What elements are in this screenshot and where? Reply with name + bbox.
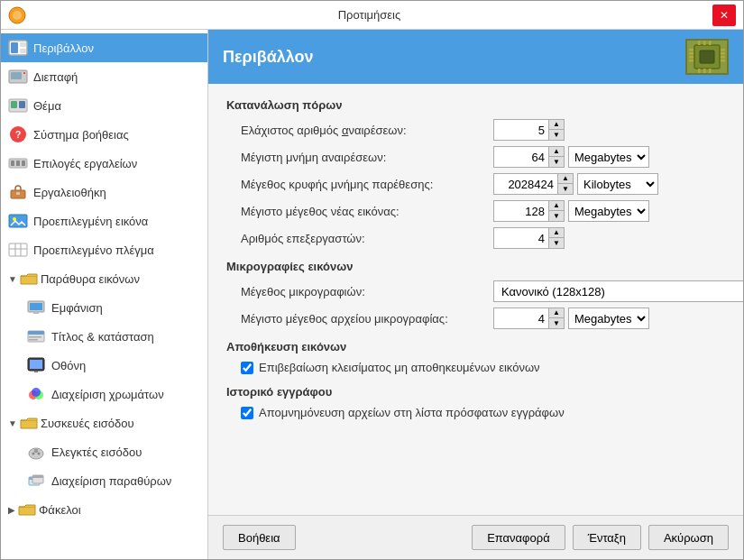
ok-button[interactable]: Ένταξη — [573, 525, 641, 550]
spin-down-max-thumb-file[interactable]: ▼ — [549, 318, 564, 328]
svg-rect-29 — [29, 336, 41, 338]
input-max-thumb-file[interactable] — [494, 308, 548, 328]
svg-rect-49 — [689, 60, 693, 62]
row-unsaved-confirm: Επιβεβαίωση κλεισίματος μη αποθηκευμένων… — [226, 361, 725, 374]
sidebar-item-imgwin[interactable]: ▼ Παράθυρα εικόνων — [1, 264, 207, 293]
unit-select-max-thumb-file[interactable]: Megabytes Kilobytes — [568, 308, 649, 329]
svg-rect-53 — [721, 60, 725, 62]
interface-icon — [8, 67, 28, 87]
checkbox-recent-docs[interactable] — [241, 407, 253, 419]
sidebar-item-winmgmt[interactable]: Διαχείριση παραθύρων — [1, 466, 207, 495]
input-group-max-undo-mem: ▲ ▼ Megabytes Kilobytes — [493, 146, 649, 168]
colormgmt-icon — [26, 384, 46, 404]
theme-icon — [8, 96, 28, 115]
spin-up-min-undo[interactable]: ▲ — [549, 120, 564, 130]
svg-rect-44 — [32, 475, 43, 478]
defgrid-icon — [8, 240, 28, 260]
spinner-max-img: ▲ ▼ — [493, 200, 565, 222]
input-cache-size[interactable] — [494, 174, 557, 194]
sidebar-item-env-label: Περιβάλλον — [33, 41, 94, 55]
label-min-undo: Ελάχιστος αριθμός αναιρέσεων: — [241, 124, 493, 137]
sidebar-item-defgrid[interactable]: Προεπιλεγμένο πλέγμα — [1, 235, 207, 264]
spin-up-num-proc[interactable]: ▲ — [549, 228, 564, 238]
spin-down-max-undo-mem[interactable]: ▼ — [549, 157, 564, 167]
toolopt-icon — [8, 153, 28, 173]
spin-down-min-undo[interactable]: ▼ — [549, 130, 564, 140]
svg-point-1 — [13, 11, 22, 20]
sidebar-item-titlebar[interactable]: Τίτλος & κατάσταση — [1, 322, 207, 351]
svg-rect-47 — [689, 52, 693, 55]
sidebar-item-theme[interactable]: Θέμα — [1, 91, 207, 120]
sidebar-item-display[interactable]: Εμφάνιση — [1, 293, 207, 322]
input-num-proc[interactable] — [494, 228, 548, 248]
svg-rect-57 — [698, 69, 701, 73]
sidebar-item-env[interactable]: Περιβάλλον — [1, 33, 207, 62]
svg-rect-4 — [20, 42, 26, 47]
label-num-proc: Αριθμός επεξεργαστών: — [241, 232, 493, 245]
sidebar-item-help[interactable]: ? Σύστημα βοήθειας — [1, 120, 207, 149]
sidebar-item-colormgmt[interactable]: Διαχείριση χρωμάτων — [1, 380, 207, 409]
spin-up-max-img[interactable]: ▲ — [549, 201, 564, 211]
svg-point-39 — [38, 453, 41, 455]
svg-rect-51 — [721, 52, 725, 55]
row-max-thumb-file: Μέγιστο μέγεθος αρχείου μικρογραφίας: ▲ … — [226, 308, 725, 329]
main-body: Κατανάλωση πόρων Ελάχιστος αριθμός αναιρ… — [208, 84, 743, 515]
close-button[interactable]: ✕ — [712, 5, 736, 26]
sidebar: Περιβάλλον Διεπαφή Θέμα ? — [1, 30, 208, 559]
sidebar-item-screen[interactable]: Οθόνη — [1, 351, 207, 380]
preferences-window: Προτιμήσεις ✕ Περιβάλλον Διεπαφή — [0, 0, 744, 560]
sidebar-item-help-label: Σύστημα βοήθειας — [33, 128, 129, 142]
svg-rect-50 — [721, 49, 725, 51]
sidebar-item-toolopt[interactable]: Επιλογές εργαλείων — [1, 149, 207, 178]
spin-up-max-thumb-file[interactable]: ▲ — [549, 308, 564, 318]
sidebar-item-imgwin-label: Παράθυρα εικόνων — [41, 272, 140, 286]
help-button[interactable]: Βοήθεια — [223, 525, 296, 550]
section-img-storage: Αποθήκευση εικόνων — [226, 340, 725, 353]
bottom-bar: Βοήθεια Επαναφορά Ένταξη Ακύρωση — [208, 515, 743, 559]
label-unsaved-confirm: Επιβεβαίωση κλεισίματος μη αποθηκευμένων… — [259, 361, 540, 374]
reset-button[interactable]: Επαναφορά — [472, 525, 565, 550]
input-max-undo-mem[interactable] — [494, 147, 548, 167]
spin-up-cache-size[interactable]: ▲ — [558, 174, 573, 184]
sidebar-item-defimg-label: Προεπιλεγμένη εικόνα — [33, 215, 148, 228]
unit-select-max-undo-mem[interactable]: Megabytes Kilobytes — [568, 146, 649, 168]
svg-rect-55 — [703, 41, 706, 45]
unit-select-max-img[interactable]: Megabytes Kilobytes — [568, 200, 649, 222]
spinner-btns-max-img: ▲ ▼ — [548, 201, 564, 221]
label-recent-docs: Απομνημόνευση αρχείων στη λίστα πρόσφατω… — [259, 406, 565, 419]
input-max-img[interactable] — [494, 201, 548, 221]
select-thumb-size[interactable]: Κανονικό (128x128) Μικρό (64x64) Μεγάλο … — [493, 280, 743, 302]
sidebar-item-folders[interactable]: ▶ Φάκελοι — [1, 495, 207, 524]
svg-rect-33 — [34, 371, 38, 372]
sidebar-item-interface[interactable]: Διεπαφή — [1, 62, 207, 91]
svg-rect-58 — [703, 69, 706, 73]
title-bar-left — [8, 6, 26, 24]
spin-up-max-undo-mem[interactable]: ▲ — [549, 147, 564, 157]
checkbox-unsaved-confirm[interactable] — [241, 362, 253, 374]
svg-rect-28 — [28, 331, 44, 335]
cancel-button[interactable]: Ακύρωση — [648, 525, 729, 550]
svg-rect-59 — [709, 69, 712, 73]
content-area: Περιβάλλον Διεπαφή Θέμα ? — [1, 30, 743, 559]
input-min-undo[interactable] — [494, 120, 548, 140]
defimg-icon — [8, 211, 28, 231]
env-icon — [8, 38, 28, 58]
title-bar-controls: ✕ — [712, 5, 736, 26]
sidebar-item-toolbox[interactable]: Εργαλειοθήκη — [1, 178, 207, 207]
folders-icon — [17, 500, 37, 519]
svg-rect-32 — [30, 360, 42, 369]
spin-down-num-proc[interactable]: ▼ — [549, 238, 564, 248]
spin-down-max-img[interactable]: ▼ — [549, 211, 564, 221]
unit-select-cache-size[interactable]: Kilobytes Megabytes — [577, 173, 658, 195]
main-header: Περιβάλλον — [208, 30, 743, 84]
row-num-proc: Αριθμός επεξεργαστών: ▲ ▼ — [226, 227, 725, 249]
label-cache-size: Μέγεθος κρυφής μνήμης παρέθεσης: — [241, 178, 493, 191]
sidebar-item-inputctrl[interactable]: Ελεγκτές εισόδου — [1, 437, 207, 466]
spin-down-cache-size[interactable]: ▼ — [558, 184, 573, 194]
svg-rect-20 — [9, 243, 27, 256]
section-resource: Κατανάλωση πόρων — [226, 98, 725, 112]
input-group-max-img: ▲ ▼ Megabytes Kilobytes — [493, 200, 649, 222]
sidebar-item-toolbox-label: Εργαλειοθήκη — [33, 186, 106, 199]
sidebar-item-input[interactable]: ▼ Συσκευές εισόδου — [1, 409, 207, 437]
sidebar-item-defimg[interactable]: Προεπιλεγμένη εικόνα — [1, 207, 207, 235]
